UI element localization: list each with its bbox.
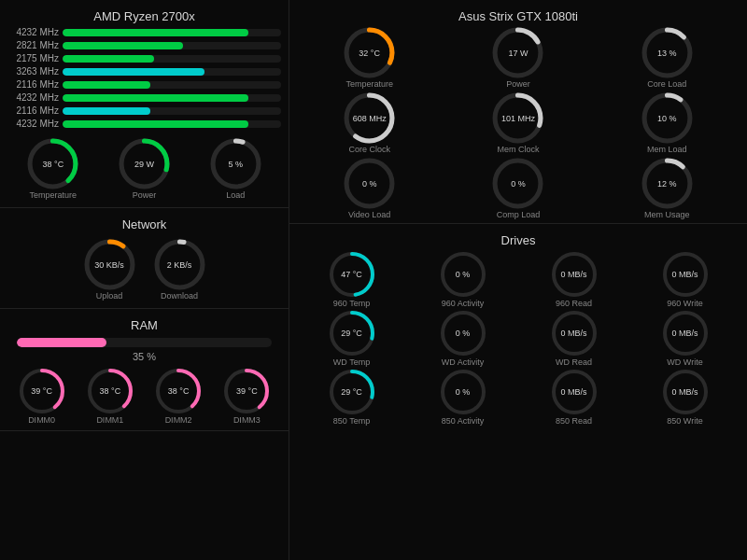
ram-title: RAM	[7, 313, 281, 336]
gauge-label: Download	[161, 291, 198, 301]
gauge-value: 32 °C	[359, 49, 380, 58]
cpu-bar-row: 4232 MHz	[7, 119, 281, 129]
gauge-wrap: 0 MB/s	[551, 310, 598, 357]
network-title: Network	[7, 212, 281, 235]
cpu-bar-track	[63, 29, 281, 36]
gauge-value: 0 %	[511, 179, 526, 189]
gauge-wrap: 0 MB/s	[551, 251, 598, 298]
gauge-label: 960 Activity	[442, 299, 485, 308]
gauge-wrap: 29 °C	[329, 369, 375, 415]
cpu-section: AMD Ryzen 2700x 4232 MHz 2821 MHz 2175 M…	[0, 0, 289, 208]
gpu-stat-gauge: 0 % Video Load	[297, 158, 442, 219]
gauge-label: WD Temp	[333, 357, 370, 367]
gauge-value: 0 %	[456, 329, 471, 338]
gauge-label: Mem Load	[647, 145, 687, 154]
gauge-value: 0 MB/s	[560, 387, 586, 397]
gauge-value: 0 MB/s	[671, 387, 698, 397]
gauge-wrap: 101 MHz	[492, 92, 543, 144]
gauge-value: 0 MB/s	[560, 329, 586, 338]
cpu-bar-fill	[63, 107, 150, 115]
cpu-bar-label: 2116 MHz	[7, 79, 59, 90]
gpu-stat-gauge: 17 W Power	[445, 27, 590, 89]
cpu-bar-track	[63, 120, 281, 128]
gauge-value: 12 %	[657, 179, 677, 189]
drive-gauge: 29 °C 850 Temp	[297, 369, 406, 426]
gauge-wrap: 0 %	[492, 158, 543, 209]
gauge-value: 0 MB/s	[560, 270, 586, 279]
gauge-wrap: 38 °C	[27, 138, 78, 189]
gauge-label: 960 Temp	[333, 299, 370, 308]
gauge-wrap: 0 MB/s	[662, 310, 709, 357]
cpu-bar-row: 4232 MHz	[7, 27, 281, 37]
right-panel: Asus Strix GTX 1080ti 32 °C Temperature …	[289, 0, 747, 560]
gauge-label: WD Write	[667, 357, 702, 367]
gauge-wrap: 0 MB/s	[662, 251, 709, 298]
gauge-wrap: 17 W	[492, 27, 543, 78]
cpu-bar-track	[63, 81, 281, 89]
gpu-stat-gauge: 608 MHz Core Clock	[297, 92, 442, 154]
drive-gauge: 0 MB/s 960 Write	[630, 251, 740, 308]
cpu-title: AMD Ryzen 2700x	[7, 4, 281, 27]
network-gauge: 2 KB/s Download	[154, 239, 205, 301]
cpu-bar-label: 2175 MHz	[7, 53, 59, 63]
left-panel: AMD Ryzen 2700x 4232 MHz 2821 MHz 2175 M…	[0, 0, 289, 560]
gpu-grid: 32 °C Temperature 17 W Power 13 % Core L…	[297, 27, 740, 219]
cpu-bar-track	[63, 107, 281, 115]
gauge-label: 850 Temp	[333, 416, 370, 426]
gauge-label: 850 Read	[556, 416, 592, 426]
cpu-bar-label: 4232 MHz	[7, 92, 59, 103]
gauge-value: 10 %	[657, 114, 677, 123]
drive-gauge: 47 °C 960 Temp	[297, 251, 406, 308]
gauge-label: 850 Write	[667, 416, 702, 426]
drives-row: 29 °C WD Temp 0 % WD Activity 0 MB/s WD …	[297, 310, 740, 367]
gauge-wrap: 0 %	[440, 369, 486, 415]
gpu-section: Asus Strix GTX 1080ti 32 °C Temperature …	[289, 0, 747, 224]
gpu-stat-gauge: 12 % Mem Usage	[595, 158, 740, 219]
gauge-value: 29 °C	[341, 387, 362, 397]
gauge-wrap: 0 %	[344, 158, 395, 209]
gauge-wrap: 12 %	[641, 158, 693, 209]
gauge-wrap: 0 MB/s	[662, 369, 709, 415]
gauge-wrap: 39 °C	[223, 368, 270, 414]
gauge-label: Upload	[96, 291, 123, 301]
cpu-bar-label: 3263 MHz	[7, 66, 59, 77]
drive-gauge: 0 % WD Activity	[408, 310, 517, 367]
gauge-label: Core Clock	[348, 145, 390, 154]
dimm-row: 39 °C DIMM0 38 °C DIMM1 38 °C DIMM2 39 °…	[7, 364, 281, 427]
cpu-bar-fill	[63, 120, 248, 128]
gauge-value: 0 MB/s	[671, 270, 698, 279]
cpu-bar-track	[63, 42, 281, 49]
gauge-value: 0 %	[362, 179, 377, 189]
ram-section: RAM 35 % 39 °C DIMM0 38 °C DIMM1 38 °C	[0, 309, 289, 431]
drive-gauge: 0 MB/s 850 Write	[630, 369, 740, 426]
gauge-label: DIMM2	[165, 415, 192, 425]
network-gauge: 30 KB/s Upload	[84, 239, 135, 301]
cpu-bar-fill	[63, 94, 248, 102]
drive-gauge: 0 MB/s 960 Read	[519, 251, 628, 308]
gauge-value: 38 °C	[168, 386, 190, 396]
dimm-gauge: 38 °C DIMM1	[87, 368, 134, 425]
gauge-wrap: 39 °C	[19, 368, 65, 414]
cpu-bar-fill	[63, 29, 248, 36]
gauge-label: Power	[133, 190, 157, 200]
drives-row: 29 °C 850 Temp 0 % 850 Activity 0 MB/s 8…	[297, 369, 740, 426]
gauge-wrap: 47 °C	[329, 251, 375, 298]
gauge-wrap: 29 W	[119, 138, 170, 189]
gpu-stat-gauge: 13 % Core Load	[595, 27, 740, 89]
gauge-wrap: 5 %	[210, 138, 261, 189]
drives-title: Drives	[297, 228, 740, 251]
gauge-wrap: 38 °C	[87, 368, 134, 414]
gauge-label: WD Activity	[442, 357, 485, 367]
cpu-bar-label: 4232 MHz	[7, 27, 59, 37]
drive-gauge: 0 MB/s WD Write	[630, 310, 740, 367]
gauge-label: 960 Read	[556, 299, 592, 308]
gauge-label: WD Read	[556, 357, 592, 367]
gauge-label: Video Load	[348, 210, 390, 219]
gauge-value: 0 %	[456, 387, 471, 397]
ram-percent: 35 %	[7, 349, 281, 364]
cpu-bar-row: 2821 MHz	[7, 40, 281, 50]
gauge-value: 608 MHz	[353, 114, 387, 123]
drive-gauge: 0 MB/s 850 Read	[519, 369, 628, 426]
cpu-bar-row: 2116 MHz	[7, 105, 281, 116]
cpu-bar-fill	[63, 68, 204, 76]
